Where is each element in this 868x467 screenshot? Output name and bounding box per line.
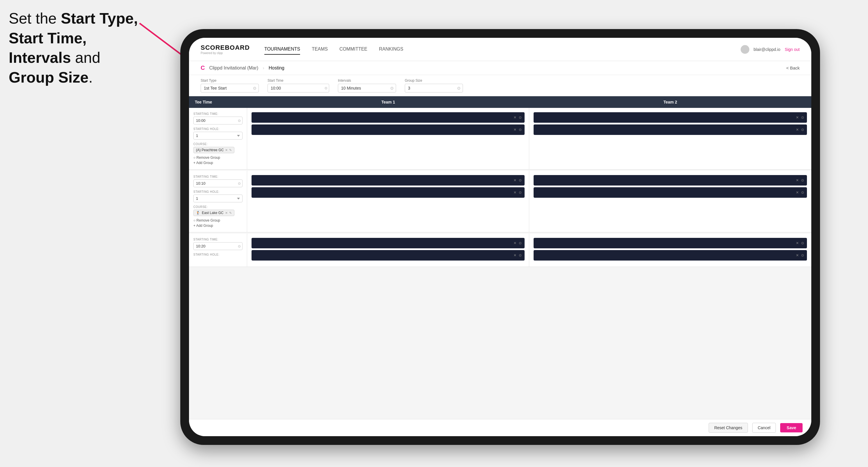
nav-rankings[interactable]: RANKINGS (379, 44, 403, 55)
start-type-select[interactable]: 1st Tee Start (200, 84, 259, 92)
starting-time-input-1[interactable] (193, 117, 243, 124)
team2-cell-3: ✕ ⊙ ✕ ⊙ (529, 234, 811, 267)
footer-bar: Reset Changes Cancel Save (189, 419, 811, 436)
start-time-group: Start Time (268, 79, 329, 92)
player-x-1-2[interactable]: ✕ (514, 128, 517, 132)
player-copy-2-1[interactable]: ⊙ (801, 116, 804, 120)
group-size-group: Group Size 3 (405, 79, 463, 92)
player-copy-4-2[interactable]: ⊙ (801, 190, 804, 194)
player-copy-5-1[interactable]: ⊙ (519, 241, 522, 245)
starting-time-input-wrapper-2 (193, 179, 243, 187)
group-row-1: STARTING TIME: STARTING HOLE: 1 COURSE: … (189, 108, 811, 169)
group-row-3: STARTING TIME: STARTING HOLE: ✕ ⊙ (189, 234, 811, 267)
main-content: STARTING TIME: STARTING HOLE: 1 COURSE: … (189, 108, 811, 419)
player-x-6-2[interactable]: ✕ (796, 253, 799, 257)
instruction-text: Set the Start Type, Start Time, Interval… (9, 9, 138, 87)
sign-out-link[interactable]: Sign out (785, 47, 800, 52)
course-tag-2: 🏌 East Lake GC ✕ ✎ (193, 210, 235, 216)
group-1-left: STARTING TIME: STARTING HOLE: 1 COURSE: … (189, 108, 247, 169)
course-tag-1: (A) Peachtree GC ✕ ✎ (193, 147, 235, 153)
save-button[interactable]: Save (780, 423, 803, 432)
add-group-link-1[interactable]: + Add Group (193, 161, 243, 165)
player-copy-3-2[interactable]: ⊙ (519, 190, 522, 194)
player-copy-1-2[interactable]: ⊙ (519, 128, 522, 132)
add-group-link-2[interactable]: + Add Group (193, 224, 243, 228)
group-2-left: STARTING TIME: STARTING HOLE: 1 COURSE: … (189, 171, 247, 232)
intervals-select[interactable]: 10 Minutes (338, 84, 396, 92)
player-controls-4-2: ✕ ⊙ (796, 190, 804, 194)
starting-hole-select-1[interactable]: 1 (193, 132, 243, 139)
player-row-1-2: ✕ ⊙ (251, 124, 525, 135)
course-edit-1[interactable]: ✎ (229, 148, 232, 152)
player-x-2-2[interactable]: ✕ (796, 128, 799, 132)
nav-tournaments[interactable]: TOURNAMENTS (264, 44, 300, 55)
nav-teams[interactable]: TEAMS (312, 44, 328, 55)
starting-time-input-2[interactable] (193, 179, 243, 187)
player-controls-5-2: ✕ ⊙ (514, 253, 522, 257)
remove-group-link-2[interactable]: ○ Remove Group (193, 218, 243, 222)
player-x-4-1[interactable]: ✕ (796, 178, 799, 182)
course-remove-2[interactable]: ✕ (225, 211, 228, 215)
breadcrumb-section: Hosting (269, 65, 284, 71)
player-copy-2-2[interactable]: ⊙ (801, 128, 804, 132)
user-avatar (741, 45, 749, 54)
group-size-select[interactable]: 3 (405, 84, 463, 92)
player-controls-5-1: ✕ ⊙ (514, 241, 522, 245)
col-tee-time: Tee Time (189, 96, 247, 108)
nav-right: blair@clippd.io Sign out (741, 45, 800, 54)
cancel-button[interactable]: Cancel (752, 423, 776, 433)
controls-bar: Start Type 1st Tee Start Start Time Inte… (189, 75, 811, 96)
action-links-2: ○ Remove Group + Add Group (193, 218, 243, 228)
group-size-wrapper: 3 (405, 84, 463, 92)
player-x-5-2[interactable]: ✕ (514, 253, 517, 257)
remove-group-link-1[interactable]: ○ Remove Group (193, 156, 243, 160)
course-name-2: East Lake GC (202, 211, 224, 215)
start-type-wrapper: 1st Tee Start (200, 84, 259, 92)
tablet-screen: SCOREBOARD Powered by clipp TOURNAMENTS … (189, 38, 811, 436)
course-label-1: COURSE: (193, 143, 243, 146)
breadcrumb-tournament[interactable]: Clippd Invitational (Mar) (209, 65, 258, 71)
tee-table-header: Tee Time Team 1 Team 2 (189, 96, 811, 108)
reset-changes-button[interactable]: Reset Changes (709, 423, 748, 433)
logo-text: SCOREBOARD (200, 44, 250, 52)
player-row-1-1: ✕ ⊙ (251, 112, 525, 123)
player-x-5-1[interactable]: ✕ (514, 241, 517, 245)
group-size-label: Group Size (405, 79, 463, 83)
breadcrumb-logo-icon: C (200, 65, 205, 71)
player-x-1-1[interactable]: ✕ (514, 116, 517, 120)
breadcrumb-separator: › (262, 65, 264, 71)
back-button[interactable]: < Back (786, 65, 800, 70)
group-row-2: STARTING TIME: STARTING HOLE: 1 COURSE: … (189, 171, 811, 232)
player-row-3-2: ✕ ⊙ (251, 187, 525, 198)
start-time-input[interactable] (268, 84, 329, 92)
starting-hole-select-2[interactable]: 1 (193, 194, 243, 203)
player-controls-1-1: ✕ ⊙ (514, 116, 522, 120)
course-remove-1[interactable]: ✕ (225, 148, 228, 152)
player-x-6-1[interactable]: ✕ (796, 241, 799, 245)
player-row-5-2: ✕ ⊙ (251, 250, 525, 260)
player-row-3-1: ✕ ⊙ (251, 175, 525, 186)
player-copy-1-1[interactable]: ⊙ (519, 116, 522, 120)
player-row-4-2: ✕ ⊙ (534, 187, 807, 198)
nav-committee[interactable]: COMMITTEE (339, 44, 367, 55)
player-copy-5-2[interactable]: ⊙ (519, 253, 522, 257)
player-copy-6-1[interactable]: ⊙ (801, 241, 804, 245)
group-3-left: STARTING TIME: STARTING HOLE: (189, 234, 247, 267)
player-copy-4-1[interactable]: ⊙ (801, 178, 804, 182)
course-edit-2[interactable]: ✎ (229, 211, 232, 215)
starting-time-input-3[interactable] (193, 242, 243, 250)
player-controls-3-1: ✕ ⊙ (514, 178, 522, 182)
player-x-3-1[interactable]: ✕ (514, 178, 517, 182)
player-copy-6-2[interactable]: ⊙ (801, 253, 804, 257)
start-time-wrapper (268, 84, 329, 92)
player-row-4-1: ✕ ⊙ (534, 175, 807, 186)
starting-time-label-2: STARTING TIME: (193, 175, 243, 178)
breadcrumb-bar: C Clippd Invitational (Mar) › Hosting < … (189, 61, 811, 75)
player-controls-1-2: ✕ ⊙ (514, 128, 522, 132)
player-controls-3-2: ✕ ⊙ (514, 190, 522, 194)
intervals-wrapper: 10 Minutes (338, 84, 396, 92)
player-x-3-2[interactable]: ✕ (514, 190, 517, 194)
player-x-2-1[interactable]: ✕ (796, 116, 799, 120)
player-x-4-2[interactable]: ✕ (796, 190, 799, 194)
player-copy-3-1[interactable]: ⊙ (519, 178, 522, 182)
